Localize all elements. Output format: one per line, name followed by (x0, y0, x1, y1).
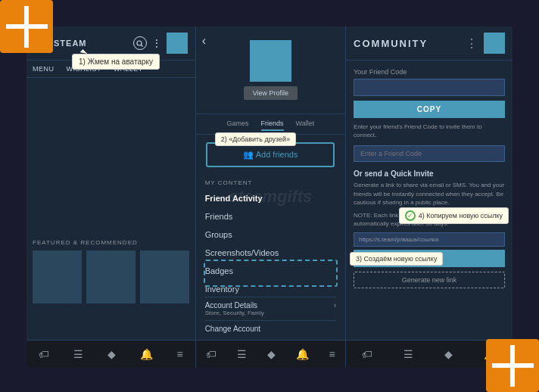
profile-avatar-large[interactable] (250, 40, 291, 82)
check-circle-icon: ✓ (405, 210, 416, 221)
quick-invite-description: Generate a link to share via email or SM… (354, 181, 505, 207)
menu-dots-icon[interactable]: ⋮ (151, 37, 162, 49)
account-title: Account Details (205, 301, 336, 310)
nav-tab-menu[interactable]: MENU (26, 61, 61, 77)
hamburger-icon-mid[interactable]: ≡ (329, 348, 335, 360)
invite-description: Enter your friend's Friend Code to invit… (354, 123, 505, 139)
gift-decoration-topleft (0, 0, 53, 53)
account-section: › Account Details Store, Security, Famly… (196, 297, 345, 337)
change-account-item[interactable]: Change Account (205, 320, 336, 337)
friend-code-input[interactable] (354, 79, 505, 96)
community-avatar[interactable] (484, 33, 505, 54)
left-bottom-bar: 🏷 ☰ ◆ 🔔 ≡ (26, 340, 195, 367)
avatar-header[interactable] (167, 33, 188, 54)
steam-client-panel: STEAM ⋮ 1) Жмем на аватарку MENU WISHLIS… (26, 26, 196, 367)
account-arrow-icon: › (334, 301, 336, 310)
steam-logo-text: STEAM (54, 39, 87, 48)
menu-item-friend-activity[interactable]: Friend Activity (196, 189, 345, 207)
profile-tab-games[interactable]: Games (226, 117, 248, 131)
community-dots-icon[interactable]: ⋮ (466, 36, 478, 51)
back-arrow-icon[interactable]: ‹ (202, 34, 206, 48)
community-title: COMMUNITY (354, 38, 428, 49)
tag-icon-right[interactable]: 🏷 (362, 348, 372, 360)
tooltip-click-avatar: 1) Жмем на аватарку (72, 54, 160, 70)
svg-line-1 (142, 45, 143, 46)
list-icon-right[interactable]: ☰ (403, 348, 413, 360)
quick-invite-label: Or send a Quick Invite (354, 170, 505, 178)
tag-icon[interactable]: 🏷 (39, 348, 49, 360)
enter-friend-code-input[interactable] (354, 145, 505, 162)
left-content-area: FEATURED & RECOMMENDED (26, 78, 195, 340)
menu-item-inventory[interactable]: Inventory (196, 280, 345, 298)
bell-icon-mid[interactable]: 🔔 (296, 348, 309, 360)
change-account-title: Change Account (205, 325, 336, 333)
profile-tab-friends[interactable]: Friends (261, 117, 284, 131)
menu-item-friends[interactable]: Friends (196, 207, 345, 226)
view-profile-button[interactable]: View Profile (244, 86, 298, 100)
tag-icon-mid[interactable]: 🏷 (206, 348, 217, 360)
tooltip-copy-link: ✓ 4) Копируем новую ссылку (399, 207, 509, 224)
menu-item-screenshots[interactable]: Screenshots/Videos (196, 244, 345, 262)
profile-tab-wallet[interactable]: Wallet (296, 117, 315, 131)
featured-label: FEATURED & RECOMMENDED (33, 239, 189, 246)
community-content: Your Friend Code COPY Enter your friend'… (346, 61, 513, 340)
profile-tabs: Games Friends Wallet (196, 114, 345, 135)
community-panel: COMMUNITY ⋮ Your Friend Code COPY Enter … (346, 26, 513, 367)
tooltip-add-friends: 2) «Добавить друзей» (215, 132, 297, 146)
generate-link-button[interactable]: Generate new link (354, 272, 505, 288)
link-url-display: https://s.team/p/ваша/ссылка (354, 232, 505, 247)
diamond-icon-mid[interactable]: ◆ (267, 348, 276, 360)
featured-section: FEATURED & RECOMMENDED (26, 233, 195, 310)
friend-code-label: Your Friend Code (354, 68, 505, 76)
account-sub: Store, Security, Famly (205, 310, 336, 316)
copy-friend-code-button[interactable]: COPY (354, 101, 505, 118)
svg-point-0 (137, 41, 142, 45)
list-icon-mid[interactable]: ☰ (237, 348, 247, 360)
featured-cards (33, 250, 189, 303)
hamburger-icon[interactable]: ≡ (177, 348, 183, 360)
my-content-label: MY CONTENT (196, 175, 345, 189)
bell-icon[interactable]: 🔔 (140, 348, 153, 360)
featured-card-1[interactable] (33, 250, 82, 303)
account-details-item[interactable]: › Account Details Store, Security, Famly (205, 297, 336, 320)
tooltip-create-link: 3) Создаём новую ссылку (350, 252, 443, 266)
menu-item-badges[interactable]: Badges (196, 262, 345, 280)
profile-top: View Profile (196, 26, 345, 114)
list-icon[interactable]: ☰ (73, 348, 83, 360)
menu-item-groups[interactable]: Groups (196, 226, 345, 244)
search-icon[interactable] (133, 36, 147, 50)
header-icons: ⋮ (133, 33, 188, 54)
featured-card-2[interactable] (86, 250, 136, 303)
community-header: COMMUNITY ⋮ (346, 26, 513, 61)
profile-panel: ‹ steamgifts View Profile 2) «Добавить д… (196, 26, 346, 367)
note-text: NOTE: Each link you generate will only b… (354, 211, 505, 228)
generate-link-container: 3) Создаём новую ссылку Generate new lin… (354, 272, 505, 288)
diamond-icon-right[interactable]: ◆ (444, 348, 453, 360)
main-container: STEAM ⋮ 1) Жмем на аватарку MENU WISHLIS… (26, 26, 513, 367)
gift-decoration-bottomright (486, 339, 539, 392)
middle-bottom-bar: 🏷 ☰ ◆ 🔔 ≡ (196, 340, 345, 367)
featured-card-3[interactable] (140, 250, 189, 303)
diamond-icon[interactable]: ◆ (107, 348, 116, 360)
